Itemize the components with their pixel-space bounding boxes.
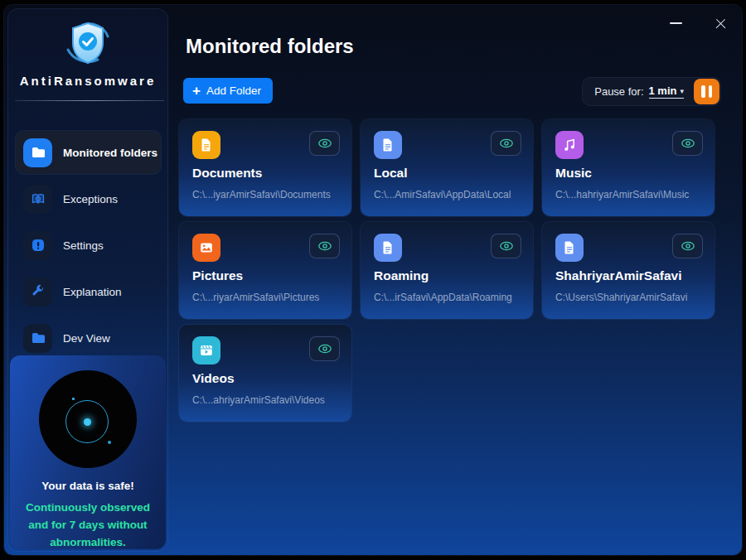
pause-button[interactable] <box>694 79 719 104</box>
folder-card-documents[interactable]: Documents C:\...iyarAmirSafavi\Documents <box>179 119 351 216</box>
eye-icon <box>679 239 697 253</box>
folder-card-videos[interactable]: Videos C:\...ahriyarAmirSafavi\Videos <box>179 325 351 422</box>
folder-card-music[interactable]: Music C:\...hahriyarAmirSafavi\Music <box>542 119 715 216</box>
plus-icon: + <box>192 84 201 98</box>
video-icon <box>192 336 220 364</box>
sidebar-item-label: Monitored folders <box>63 147 157 159</box>
sidebar-item-monitored-folders[interactable]: Monitored folders <box>16 131 161 174</box>
pause-icon <box>701 85 705 98</box>
book-icon <box>23 185 52 214</box>
folder-path: C:\...AmirSafavi\AppData\Local <box>374 189 511 200</box>
eye-icon <box>497 137 516 150</box>
folder-name: Pictures <box>192 268 243 283</box>
minimize-icon <box>670 22 682 24</box>
sidebar-item-label: Dev View <box>63 332 110 345</box>
radar-spec <box>72 398 75 400</box>
shield-check-logo <box>61 18 114 70</box>
folder-path: C:\Users\ShahriyarAmirSafavi <box>555 292 687 303</box>
document-icon <box>555 234 584 262</box>
eye-icon <box>316 239 334 253</box>
wrench-icon <box>23 278 52 307</box>
visibility-toggle[interactable] <box>309 234 340 258</box>
sidebar-item-label: Settings <box>63 239 104 252</box>
sidebar-item-exceptions[interactable]: Exceptions <box>16 177 161 220</box>
brand-divider <box>15 100 164 101</box>
sidebar-item-explanation[interactable]: Explanation <box>16 270 161 313</box>
folder-path: C:\...iyarAmirSafavi\Documents <box>192 189 331 200</box>
folder-card-pictures[interactable]: Pictures C:\...riyarAmirSafavi\Pictures <box>179 222 351 319</box>
sidebar-item-dev-view[interactable]: Dev View <box>16 316 161 360</box>
radar-blip <box>108 441 111 444</box>
close-icon <box>715 18 726 29</box>
music-icon <box>555 131 584 159</box>
document-icon <box>374 131 402 159</box>
eye-icon <box>497 239 516 253</box>
document-icon <box>192 131 220 159</box>
visibility-toggle[interactable] <box>491 234 521 258</box>
visibility-toggle[interactable] <box>309 336 340 361</box>
folder-name: Local <box>374 166 407 181</box>
chevron-down-icon: ▾ <box>680 87 684 95</box>
folder-path: C:\...ahriyarAmirSafavi\Videos <box>192 394 325 406</box>
document-icon <box>374 234 402 262</box>
sidebar-item-label: Exceptions <box>63 193 118 205</box>
sidebar: AntiRansomware Monitored folders Excepti… <box>8 9 167 551</box>
folder-name: ShahriyarAmirSafavi <box>555 268 682 283</box>
sidebar-item-label: Explanation <box>63 286 122 298</box>
folder-name: Roaming <box>374 268 429 283</box>
status-title: Your data is safe! <box>10 480 166 492</box>
app-window: AntiRansomware Monitored folders Excepti… <box>4 5 742 555</box>
monitored-folders-grid: Documents C:\...iyarAmirSafavi\Documents… <box>179 119 715 422</box>
folder-icon <box>23 324 52 353</box>
folder-name: Music <box>555 166 592 181</box>
eye-icon <box>316 137 334 150</box>
folder-path: C:\...irSafavi\AppData\Roaming <box>374 292 512 303</box>
safety-status-panel: Your data is safe! Continuously observed… <box>10 355 166 549</box>
folder-card-local[interactable]: Local C:\...AmirSafavi\AppData\Local <box>361 119 533 216</box>
sidebar-item-settings[interactable]: Settings <box>16 224 161 267</box>
alert-square-icon <box>23 231 52 260</box>
radar-graphic <box>39 370 137 468</box>
pause-label: Pause for: <box>594 85 643 98</box>
visibility-toggle[interactable] <box>672 131 703 156</box>
window-controls <box>664 13 732 33</box>
minimize-button[interactable] <box>664 13 687 33</box>
folder-card-shahriyaramirsafavi[interactable]: ShahriyarAmirSafavi C:\Users\ShahriyarAm… <box>542 222 715 319</box>
folder-path: C:\...hahriyarAmirSafavi\Music <box>555 189 689 200</box>
close-button[interactable] <box>709 13 732 33</box>
sidebar-nav: Monitored folders Exceptions Settings <box>16 131 161 363</box>
folder-card-roaming[interactable]: Roaming C:\...irSafavi\AppData\Roaming <box>361 222 533 319</box>
visibility-toggle[interactable] <box>672 234 703 258</box>
visibility-toggle[interactable] <box>309 131 340 156</box>
image-icon <box>192 234 220 262</box>
visibility-toggle[interactable] <box>491 131 521 156</box>
page-title: Monitored folders <box>186 35 354 58</box>
eye-icon <box>316 342 334 355</box>
pause-duration-dropdown[interactable]: 1 min ▾ <box>649 84 685 99</box>
radar-core-dot <box>84 418 91 426</box>
status-message: Continuously observed and for 7 days wit… <box>17 499 159 549</box>
eye-icon <box>679 137 697 150</box>
pause-control: Pause for: 1 min ▾ <box>583 78 720 105</box>
app-logo <box>8 18 167 70</box>
folder-path: C:\...riyarAmirSafavi\Pictures <box>192 292 319 303</box>
folder-name: Videos <box>192 371 235 386</box>
add-folder-button[interactable]: + Add Folder <box>183 78 273 104</box>
app-title: AntiRansomware <box>8 74 167 88</box>
folder-name: Documents <box>192 166 262 181</box>
folder-icon <box>23 138 52 167</box>
